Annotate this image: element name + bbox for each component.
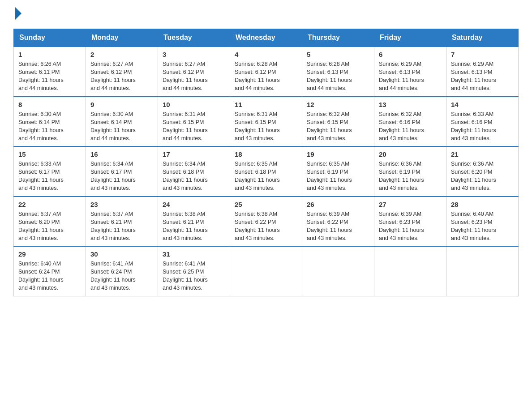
day-number: 17 (163, 150, 225, 158)
day-info: Sunrise: 6:28 AM Sunset: 6:13 PM Dayligh… (307, 60, 369, 93)
day-info: Sunrise: 6:34 AM Sunset: 6:17 PM Dayligh… (90, 160, 153, 193)
header-day-friday: Friday (374, 29, 446, 47)
day-info: Sunrise: 6:39 AM Sunset: 6:22 PM Dayligh… (307, 210, 369, 243)
calendar-cell: 26 Sunrise: 6:39 AM Sunset: 6:22 PM Dayl… (302, 197, 374, 247)
day-info: Sunrise: 6:35 AM Sunset: 6:19 PM Dayligh… (307, 160, 369, 193)
header-row: SundayMondayTuesdayWednesdayThursdayFrid… (14, 29, 519, 47)
day-info: Sunrise: 6:26 AM Sunset: 6:11 PM Dayligh… (18, 60, 81, 93)
calendar-cell (446, 246, 519, 296)
calendar-cell: 22 Sunrise: 6:37 AM Sunset: 6:20 PM Dayl… (14, 197, 86, 247)
day-number: 6 (379, 51, 442, 58)
day-info: Sunrise: 6:31 AM Sunset: 6:15 PM Dayligh… (235, 110, 297, 143)
day-number: 28 (451, 201, 514, 208)
day-info: Sunrise: 6:27 AM Sunset: 6:12 PM Dayligh… (90, 60, 153, 93)
day-info: Sunrise: 6:41 AM Sunset: 6:25 PM Dayligh… (163, 260, 225, 292)
day-number: 8 (18, 101, 81, 108)
calendar-cell: 25 Sunrise: 6:38 AM Sunset: 6:22 PM Dayl… (230, 197, 302, 247)
calendar-cell: 20 Sunrise: 6:36 AM Sunset: 6:19 PM Dayl… (374, 146, 446, 197)
calendar-cell: 3 Sunrise: 6:27 AM Sunset: 6:12 PM Dayli… (158, 47, 230, 97)
calendar-cell: 23 Sunrise: 6:37 AM Sunset: 6:21 PM Dayl… (86, 197, 158, 247)
calendar-cell: 31 Sunrise: 6:41 AM Sunset: 6:25 PM Dayl… (158, 246, 230, 296)
day-number: 14 (451, 101, 514, 108)
calendar-cell: 14 Sunrise: 6:33 AM Sunset: 6:16 PM Dayl… (446, 97, 519, 147)
day-number: 23 (90, 201, 153, 208)
day-info: Sunrise: 6:30 AM Sunset: 6:14 PM Dayligh… (18, 110, 81, 143)
day-number: 2 (90, 51, 153, 58)
day-number: 21 (451, 150, 514, 158)
calendar-cell: 7 Sunrise: 6:29 AM Sunset: 6:13 PM Dayli… (446, 47, 519, 97)
day-info: Sunrise: 6:30 AM Sunset: 6:14 PM Dayligh… (90, 110, 153, 143)
day-number: 22 (18, 201, 81, 208)
day-number: 13 (379, 101, 442, 108)
day-info: Sunrise: 6:40 AM Sunset: 6:24 PM Dayligh… (18, 260, 81, 292)
day-number: 20 (379, 150, 442, 158)
day-info: Sunrise: 6:36 AM Sunset: 6:19 PM Dayligh… (379, 160, 442, 193)
day-info: Sunrise: 6:29 AM Sunset: 6:13 PM Dayligh… (379, 60, 442, 93)
page-header (13, 9, 519, 20)
calendar-cell: 10 Sunrise: 6:31 AM Sunset: 6:15 PM Dayl… (158, 97, 230, 147)
logo-triangle-icon (15, 7, 21, 20)
calendar-cell: 11 Sunrise: 6:31 AM Sunset: 6:15 PM Dayl… (230, 97, 302, 147)
calendar-table: SundayMondayTuesdayWednesdayThursdayFrid… (13, 29, 519, 296)
day-info: Sunrise: 6:35 AM Sunset: 6:18 PM Dayligh… (235, 160, 297, 193)
day-number: 27 (379, 201, 442, 208)
day-info: Sunrise: 6:38 AM Sunset: 6:21 PM Dayligh… (163, 210, 225, 243)
calendar-cell: 15 Sunrise: 6:33 AM Sunset: 6:17 PM Dayl… (14, 146, 86, 197)
calendar-cell: 29 Sunrise: 6:40 AM Sunset: 6:24 PM Dayl… (14, 246, 86, 296)
calendar-cell: 13 Sunrise: 6:32 AM Sunset: 6:16 PM Dayl… (374, 97, 446, 147)
day-number: 7 (451, 51, 514, 58)
calendar-cell: 1 Sunrise: 6:26 AM Sunset: 6:11 PM Dayli… (14, 47, 86, 97)
header-day-monday: Monday (86, 29, 158, 47)
calendar-cell: 12 Sunrise: 6:32 AM Sunset: 6:15 PM Dayl… (302, 97, 374, 147)
calendar-cell (230, 246, 302, 296)
calendar-week-5: 29 Sunrise: 6:40 AM Sunset: 6:24 PM Dayl… (14, 246, 519, 296)
day-number: 12 (307, 101, 369, 108)
calendar-cell: 4 Sunrise: 6:28 AM Sunset: 6:12 PM Dayli… (230, 47, 302, 97)
calendar-cell: 21 Sunrise: 6:36 AM Sunset: 6:20 PM Dayl… (446, 146, 519, 197)
day-number: 26 (307, 201, 369, 208)
calendar-cell: 16 Sunrise: 6:34 AM Sunset: 6:17 PM Dayl… (86, 146, 158, 197)
day-info: Sunrise: 6:37 AM Sunset: 6:20 PM Dayligh… (18, 210, 81, 243)
calendar-cell: 30 Sunrise: 6:41 AM Sunset: 6:24 PM Dayl… (86, 246, 158, 296)
day-number: 30 (90, 250, 153, 258)
calendar-cell: 9 Sunrise: 6:30 AM Sunset: 6:14 PM Dayli… (86, 97, 158, 147)
header-day-tuesday: Tuesday (158, 29, 230, 47)
header-day-thursday: Thursday (302, 29, 374, 47)
day-number: 16 (90, 150, 153, 158)
day-number: 9 (90, 101, 153, 108)
day-info: Sunrise: 6:41 AM Sunset: 6:24 PM Dayligh… (90, 260, 153, 292)
day-info: Sunrise: 6:36 AM Sunset: 6:20 PM Dayligh… (451, 160, 514, 193)
calendar-cell: 28 Sunrise: 6:40 AM Sunset: 6:23 PM Dayl… (446, 197, 519, 247)
calendar-cell: 18 Sunrise: 6:35 AM Sunset: 6:18 PM Dayl… (230, 146, 302, 197)
calendar-cell: 5 Sunrise: 6:28 AM Sunset: 6:13 PM Dayli… (302, 47, 374, 97)
day-info: Sunrise: 6:34 AM Sunset: 6:18 PM Dayligh… (163, 160, 225, 193)
day-info: Sunrise: 6:28 AM Sunset: 6:12 PM Dayligh… (235, 60, 297, 93)
logo (13, 9, 21, 20)
day-info: Sunrise: 6:32 AM Sunset: 6:16 PM Dayligh… (379, 110, 442, 143)
calendar-cell: 19 Sunrise: 6:35 AM Sunset: 6:19 PM Dayl… (302, 146, 374, 197)
day-info: Sunrise: 6:40 AM Sunset: 6:23 PM Dayligh… (451, 210, 514, 243)
calendar-cell: 2 Sunrise: 6:27 AM Sunset: 6:12 PM Dayli… (86, 47, 158, 97)
day-number: 19 (307, 150, 369, 158)
day-info: Sunrise: 6:27 AM Sunset: 6:12 PM Dayligh… (163, 60, 225, 93)
calendar-week-1: 1 Sunrise: 6:26 AM Sunset: 6:11 PM Dayli… (14, 47, 519, 97)
day-number: 4 (235, 51, 297, 58)
calendar-week-4: 22 Sunrise: 6:37 AM Sunset: 6:20 PM Dayl… (14, 197, 519, 247)
day-number: 18 (235, 150, 297, 158)
calendar-week-2: 8 Sunrise: 6:30 AM Sunset: 6:14 PM Dayli… (14, 97, 519, 147)
header-day-sunday: Sunday (14, 29, 86, 47)
day-number: 24 (163, 201, 225, 208)
day-info: Sunrise: 6:33 AM Sunset: 6:17 PM Dayligh… (18, 160, 81, 193)
day-info: Sunrise: 6:37 AM Sunset: 6:21 PM Dayligh… (90, 210, 153, 243)
day-number: 31 (163, 250, 225, 258)
day-number: 5 (307, 51, 369, 58)
header-day-wednesday: Wednesday (230, 29, 302, 47)
day-info: Sunrise: 6:31 AM Sunset: 6:15 PM Dayligh… (163, 110, 225, 143)
calendar-cell: 27 Sunrise: 6:39 AM Sunset: 6:23 PM Dayl… (374, 197, 446, 247)
day-number: 29 (18, 250, 81, 258)
day-info: Sunrise: 6:39 AM Sunset: 6:23 PM Dayligh… (379, 210, 442, 243)
day-info: Sunrise: 6:32 AM Sunset: 6:15 PM Dayligh… (307, 110, 369, 143)
calendar-cell (374, 246, 446, 296)
calendar-header: SundayMondayTuesdayWednesdayThursdayFrid… (14, 29, 519, 47)
day-number: 15 (18, 150, 81, 158)
